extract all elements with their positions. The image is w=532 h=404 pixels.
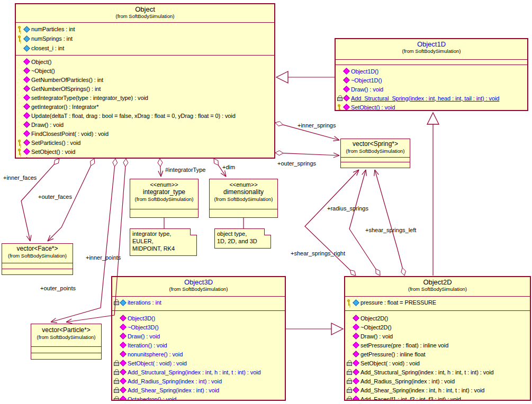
operation-row[interactable]: GetNumberOfSprings() : int [17, 84, 274, 93]
attribute-icon [23, 26, 30, 33]
operation-row[interactable]: Add_Structural_Spring(index : int, h : i… [114, 368, 285, 377]
operations-section [2, 269, 73, 274]
enum-dimensionality[interactable]: <<enum>> dimensionality (from SoftBodySi… [209, 179, 278, 218]
association-label-outer-points[interactable]: +outer_points [40, 285, 76, 291]
operation-row[interactable]: SetObject() : void [17, 147, 274, 156]
operation-row[interactable]: ~Object3D() [114, 323, 285, 332]
note-text-line: 1D, 2D, and 3D [217, 237, 268, 245]
operation-icon [23, 130, 30, 137]
attribute-row[interactable]: numParticles : int [17, 24, 274, 34]
operation-icon [120, 324, 127, 330]
operation-row[interactable]: Iteration() : void [114, 341, 285, 350]
class-name: Object [16, 5, 274, 13]
member-text: iterations : int [127, 299, 161, 306]
attribute-row[interactable]: iterations : int [114, 298, 285, 307]
class-header: Object2D (from SoftBodySimulation) [345, 277, 530, 296]
operation-row[interactable]: nonunitsphere() : void [114, 350, 285, 359]
class-header: Object (from SoftBodySimulation) [16, 4, 274, 22]
member-text: Draw() : void [360, 333, 393, 339]
operation-row[interactable]: Add_Structural_Spring(index : int, head … [337, 94, 527, 103]
association-label-radius-springs[interactable]: +radius_springs [327, 205, 368, 212]
generalization-triangle [331, 323, 343, 335]
attribute-row[interactable]: pressure : float = PRESSURE [347, 298, 530, 307]
member-text: setPressure(pre : float) : inline void [360, 342, 448, 348]
open-arrowhead [375, 170, 378, 175]
operation-icon [23, 148, 30, 155]
class-object2d[interactable]: Object2D (from SoftBodySimulation) press… [344, 276, 531, 401]
operation-icon [23, 76, 30, 83]
operation-row[interactable]: Add_Structural_Spring(index : int, head … [17, 156, 274, 158]
operation-row[interactable]: setPressure(pre : float) : inline void [347, 341, 530, 350]
operation-row[interactable]: Draw() : void [17, 120, 274, 129]
class-object3d[interactable]: Object3D (from SoftBodySimulation) itera… [111, 276, 286, 401]
association-label-inner-points[interactable]: +inner_points [86, 254, 121, 261]
class-name: Object1D [336, 40, 527, 48]
operation-row[interactable]: getIntegrator() : Integrator* [17, 102, 274, 111]
operation-row[interactable]: Object3D() [114, 314, 285, 323]
operation-row[interactable]: Object() [17, 57, 274, 66]
operation-row[interactable]: Add_Shear_Spring(index : int) : void [114, 385, 285, 394]
member-text: Add_Shear_Spring(index : int) : void [127, 387, 219, 393]
operation-row[interactable]: SetObject( : void) : void [114, 359, 285, 368]
class-header: <<enum>> integrator_type (from SoftBodyS… [130, 179, 198, 209]
operation-row[interactable]: Draw() : void [114, 332, 285, 341]
operation-row[interactable]: setIntegratorType(type : integrator_type… [17, 93, 274, 102]
class-object1d[interactable]: Object1D (from SoftBodySimulation) Objec… [335, 38, 528, 111]
attribute-row[interactable]: closest_i : int [17, 43, 274, 53]
operation-row[interactable]: ~Object1D() [337, 76, 527, 85]
operation-row[interactable]: ~Object2D() [347, 323, 530, 332]
note-text-line: integrator type, [132, 230, 194, 237]
operation-row[interactable]: FindClosestPoint( : void) : void [17, 129, 274, 138]
enum-integrator-type[interactable]: <<enum>> integrator_type (from SoftBodyS… [130, 179, 199, 218]
open-arrowhead [353, 170, 359, 172]
open-arrowhead [335, 136, 339, 140]
operation-row[interactable]: Object1D() [337, 67, 527, 76]
operations-section: Object3D()~Object3D()Draw() : voidIterat… [112, 310, 285, 400]
note-integrator-type[interactable]: integrator type,EULER,MIDPOINT, RK4 [130, 228, 197, 256]
member-text: nonunitsphere() : void [127, 351, 183, 357]
member-text: Draw() : void [31, 122, 64, 128]
open-arrowhead [333, 155, 339, 158]
association-label-inner-faces[interactable]: +inner_faces [3, 175, 37, 181]
stereotype: <<enum>> [130, 181, 198, 188]
association-label-shear-springs-right[interactable]: +shear_springs_right [291, 250, 345, 256]
association-label-outer-faces[interactable]: +outer_faces [38, 194, 72, 200]
operation-row[interactable]: getPressure() : inline float [347, 350, 530, 359]
association-label-shear-springs-left[interactable]: +shear_springs_left [365, 227, 416, 233]
operations-section: Object1D()~Object1D()Draw() : voidAdd_St… [336, 65, 527, 110]
operation-row[interactable]: Add_Structural_Spring(index : int, h : i… [347, 368, 530, 377]
operation-row[interactable]: Update(deltaT : float, drag : bool = fal… [17, 111, 274, 120]
attribute-row[interactable]: numSprings : int [17, 34, 274, 43]
class-vector-face[interactable]: vector<Face*> (from SoftBodySimulation) [2, 243, 73, 275]
operation-row[interactable]: GetNumberOfParticles() : int [17, 75, 274, 84]
association-label-inner-springs[interactable]: +inner_springs [297, 122, 336, 128]
class-package: (from SoftBodySimulation) [210, 196, 277, 203]
aggregation-diamond [123, 159, 128, 167]
aggregation-diamond [91, 159, 95, 166]
open-arrowhead [51, 322, 57, 323]
operation-row[interactable]: Octahedron() : void [114, 394, 285, 400]
open-arrowhead [48, 235, 50, 241]
operation-row[interactable]: SetObject() : void [337, 103, 527, 110]
association-label-outer-springs[interactable]: +outer_springs [277, 160, 316, 167]
operation-row[interactable]: Object2D() [347, 314, 530, 323]
note-dimensionality[interactable]: object type,1D, 2D, and 3D [214, 228, 271, 249]
class-vector-spring[interactable]: vector<Spring*> (from SoftBodySimulation… [340, 139, 410, 168]
operation-row[interactable]: Draw() : void [337, 85, 527, 94]
operation-row[interactable]: SetObject( : void) : void [347, 359, 530, 368]
class-object[interactable]: Object (from SoftBodySimulation) numPart… [15, 3, 275, 159]
association-label-dim[interactable]: +dim [222, 164, 235, 170]
operation-icon [343, 95, 350, 102]
operation-row[interactable]: Add_Faces(f1 : int, f2 : int, f3 : int) … [347, 394, 530, 400]
stereotype: <<enum>> [210, 181, 277, 188]
class-vector-particle[interactable]: vector<Particle*> (from SoftBodySimulati… [31, 324, 102, 360]
operation-row[interactable]: Add_Radius_Spring(index : int) : void [114, 377, 285, 385]
operation-row[interactable]: Add_Shear_Spring(index : int, h : int, t… [347, 385, 530, 394]
operation-row[interactable]: Add_Radius_Spring(index : int) : void [347, 377, 530, 385]
operation-row[interactable]: SetParticles() : void [17, 138, 274, 147]
association-label-integratortype[interactable]: #integratorType [165, 167, 205, 173]
operation-row[interactable]: ~Object() [17, 66, 274, 75]
operation-row[interactable]: Draw() : void [347, 332, 530, 341]
open-arrowhead [51, 318, 56, 322]
class-header: Object3D (from SoftBodySimulation) [112, 277, 285, 296]
